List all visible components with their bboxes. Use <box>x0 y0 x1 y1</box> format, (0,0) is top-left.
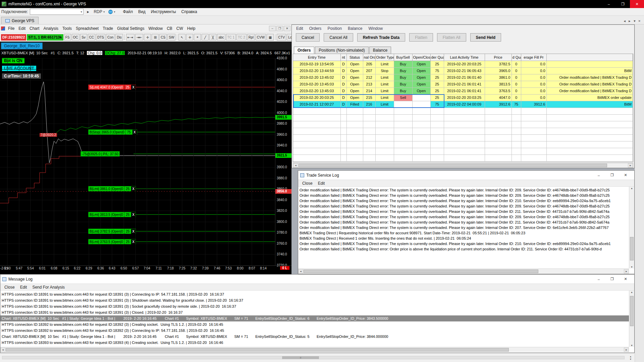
orders-hscrollbar[interactable]: ◄ ► <box>293 163 633 168</box>
cross-tool-icon[interactable]: ╳ <box>209 34 216 41</box>
column-header-erage-fill-pr[interactable]: erage Fill Pr <box>521 54 546 61</box>
column-header-status[interactable]: Status <box>346 54 363 61</box>
hscroll-thumb[interactable]: ≡ <box>282 356 319 359</box>
cancel-order-icon[interactable]: X <box>131 186 136 191</box>
order-row[interactable]: 2019-02-20 13:45:03DOpen214LimitBuyOpen2… <box>293 87 633 94</box>
column-header-der-quan[interactable]: der Quan <box>430 54 444 61</box>
time-axis[interactable]: -2-21 5:405:475:546:016:086:156:226:296:… <box>0 265 291 271</box>
sell-order-chip[interactable]: S|Lmt| 4047.0 |Open|025X <box>88 84 136 90</box>
column-header-nt[interactable]: nt <box>340 54 346 61</box>
app-menu-help[interactable]: Help <box>185 25 198 32</box>
toolbar-button-log[interactable]: Log <box>287 34 291 41</box>
app-menu-file[interactable]: File <box>6 25 16 32</box>
arrow-up-icon[interactable]: ▲ <box>630 355 632 358</box>
compress-bars-icon[interactable]: ⇤⇥ <box>126 34 135 41</box>
remote-menu-1[interactable]: Вид <box>136 8 148 15</box>
order-row[interactable]: 2019-02-19 13:54:05DOpen205LimitBuyOpen2… <box>293 61 633 67</box>
tab-list-icon[interactable]: ▼ <box>633 19 636 23</box>
arrow-down-icon[interactable]: ▼ <box>631 266 633 268</box>
cancel-order-icon[interactable]: X <box>132 130 137 135</box>
message-log-titlebar[interactable]: Message Log – ❐ ✕ <box>0 275 634 284</box>
order-row[interactable]: 2019-02-20 20:03:25DOpen215LimitSell2520… <box>293 94 633 101</box>
arrow-up-icon[interactable]: ▲ <box>631 187 633 189</box>
column-header-last-activity-time[interactable]: Last Activity Time <box>444 54 485 61</box>
grid-icon[interactable]: ▦ <box>267 34 274 41</box>
service-log-menu-edit[interactable]: Edit <box>315 180 328 186</box>
maximize-button[interactable]: ❐ <box>616 0 630 8</box>
hscroll-thumb[interactable] <box>304 269 538 273</box>
scroll-right-icon[interactable]: ► <box>628 163 633 168</box>
scroll-right-icon[interactable]: ► <box>624 348 629 352</box>
toolbar-button-cc[interactable]: CC <box>88 34 95 41</box>
toolbar-button-abc[interactable]: abc <box>217 34 225 41</box>
vscroll-thumb[interactable] <box>630 237 634 260</box>
toolbar-button-ctv[interactable]: CTV <box>277 34 286 41</box>
order-row[interactable]: 2019-02-20 13:44:59DOpen207StopBuyOpen75… <box>293 67 633 74</box>
message-log-menu-close[interactable]: Close <box>2 284 17 290</box>
toolbar-button-oc[interactable]: OC <box>72 34 79 41</box>
column-header-open-close[interactable]: Open/Close <box>412 54 430 61</box>
pointer-icon[interactable]: ↖ <box>178 34 185 41</box>
app-menu-trade[interactable]: Trade <box>101 25 115 32</box>
service-log-hscrollbar[interactable]: ◄ ► <box>298 268 629 274</box>
order-row[interactable]: 2019-02-20 13:45:03DOpen213LimitBuyOpen2… <box>293 81 633 87</box>
toolbar-button-cvw[interactable]: CVW <box>256 34 266 41</box>
message-log-vscrollbar[interactable]: ▲ ▼ <box>629 291 634 347</box>
trade-menu-balance[interactable]: Balance <box>345 25 365 32</box>
column-header-entry-time[interactable]: Entry Time <box>293 54 340 61</box>
scroll-left-icon[interactable]: ◄ <box>623 19 626 23</box>
tab-balance[interactable]: Balance <box>369 47 391 54</box>
child-close-button[interactable]: ✕ <box>284 26 290 31</box>
cancel-button[interactable]: Cancel <box>296 33 320 42</box>
message-log-menu-edit[interactable]: Edit <box>17 284 30 290</box>
app-menu-chart[interactable]: Chart <box>28 25 41 32</box>
scroll-right-icon[interactable]: ► <box>624 269 629 274</box>
column-header-item[interactable] <box>546 54 633 61</box>
toolbar-button-fs[interactable]: FS <box>64 34 71 41</box>
app-menu-edit[interactable]: Edit <box>16 25 28 32</box>
connection-tab-george-vps[interactable]: George VPS <box>1 17 39 24</box>
toolbar-button-rpl[interactable]: Rpl <box>247 34 255 41</box>
buy-order-chip[interactable]: B|Lmt| 3813.5 |Open|025X <box>88 212 136 217</box>
close-button[interactable]: ✕ <box>630 0 644 8</box>
toolbar-button-tc-2[interactable]: TC 2 <box>236 34 247 41</box>
toolbar-button-dis[interactable]: Dis <box>115 34 123 41</box>
close-button[interactable]: ✕ <box>619 275 632 284</box>
crosshair-window-icon[interactable]: ✛ <box>144 34 151 41</box>
app-menu-analysis[interactable]: Analysis <box>41 25 60 32</box>
minimize-button[interactable]: – <box>592 275 605 284</box>
target-icon[interactable]: ⌖ <box>194 34 201 41</box>
crosshair-icon[interactable]: ✛ <box>186 34 193 41</box>
scroll-left-icon[interactable]: ◄ <box>298 269 303 274</box>
order-row[interactable]: 2019-02-20 13:45:02DOpen212LimitBuyOpen2… <box>293 74 633 81</box>
expand-bars-icon[interactable]: ⇥⇤ <box>135 34 144 41</box>
hscroll-thumb[interactable] <box>299 164 607 167</box>
cancel-all-button[interactable]: Cancel All <box>324 33 353 42</box>
app-menu-spreadsheet[interactable]: Spreadsheet <box>74 25 101 32</box>
remote-menu-0[interactable]: Файл <box>120 8 136 15</box>
rdp-protocol-button[interactable]: RDP ▾ <box>92 9 106 15</box>
column-header-buy-sell[interactable]: Buy/Sell <box>394 54 412 61</box>
refresh-trade-data-button[interactable]: Refresh Trade Data <box>357 33 405 42</box>
column-header-order-type[interactable]: Order Type <box>375 54 394 61</box>
message-log-menu-send-for-analysis[interactable]: Send For Analysis <box>30 284 67 290</box>
tab-orders[interactable]: Orders <box>294 47 314 54</box>
connect-button[interactable]: ▸ <box>85 9 91 15</box>
cancel-order-icon[interactable]: X <box>131 212 136 217</box>
tab-george-bot-rev10[interactable]: George_Bot_Rev10 <box>1 43 43 49</box>
child-restore-button[interactable]: ❐ <box>276 26 283 31</box>
trade-menu-edit[interactable]: Edit <box>293 25 306 32</box>
buy-order-chip[interactable]: B|Lmt| 3861.0 |Open|025X <box>88 186 136 191</box>
minimize-button[interactable]: – <box>602 0 616 8</box>
send-held-button[interactable]: Send Held <box>470 33 501 42</box>
buy-order-chip[interactable]: B|Lmt| 3782.5 |Open|025X <box>88 229 136 234</box>
toolbar-button-sw[interactable]: SW <box>167 34 175 41</box>
app-menu-global-settings[interactable]: Global Settings <box>115 25 146 32</box>
maximize-button[interactable]: ❐ <box>605 275 619 284</box>
service-log-vscrollbar[interactable]: ▲ ▼ <box>629 187 634 268</box>
trade-menu-window[interactable]: Window <box>365 25 386 32</box>
message-log-hscrollbar[interactable]: ◄ ► <box>0 347 629 352</box>
close-tab-icon[interactable]: ✕ <box>638 19 641 23</box>
tab-positions-non-simulated[interactable]: Positions (Non-simulated) <box>315 47 368 54</box>
service-log-titlebar[interactable]: Trade Service Log – ❐ ✕ <box>298 171 634 180</box>
